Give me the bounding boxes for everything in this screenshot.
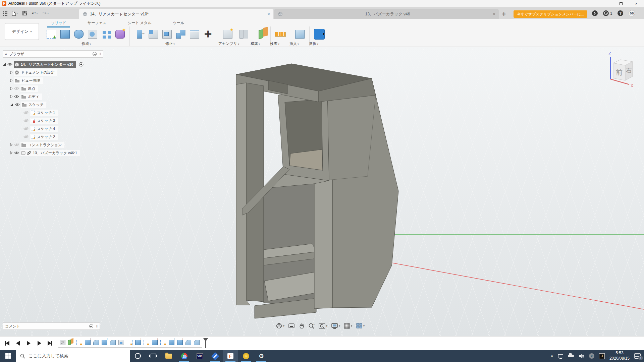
- job-status-icon[interactable]: [592, 10, 598, 16]
- visibility-on-icon[interactable]: [7, 63, 12, 66]
- ribbon-tool-icon[interactable]: [273, 27, 287, 41]
- nav-tool-button[interactable]: ± ▾: [287, 322, 296, 329]
- nav-tool-button[interactable]: ± ▾: [275, 322, 285, 330]
- browser-tree-row[interactable]: スケッチ 4: [3, 125, 103, 133]
- view-cube[interactable]: 前 右 Z X: [603, 50, 640, 88]
- nav-tool-button[interactable]: ± ▾: [355, 322, 365, 330]
- ribbon-group-dropdown[interactable]: 検査: [265, 41, 284, 46]
- ribbon-group-dropdown[interactable]: 選択: [304, 41, 323, 46]
- timeline-feature-icon[interactable]: [59, 339, 66, 346]
- status-x-icon[interactable]: ×: [589, 353, 594, 359]
- browser-tree-row[interactable]: スケッチ 1: [3, 109, 103, 117]
- timeline-feature-icon[interactable]: [84, 339, 91, 346]
- file-menu-button[interactable]: ▾: [12, 11, 18, 16]
- collapse-circle-icon[interactable]: [93, 52, 97, 56]
- close-button[interactable]: ×: [629, 0, 644, 7]
- collapse-arrow-icon[interactable]: [3, 63, 6, 66]
- timeline-feature-icon[interactable]: [143, 339, 150, 346]
- redo-button[interactable]: ↷▾: [43, 10, 49, 16]
- music-app-button[interactable]: ♪: [238, 350, 254, 362]
- file-explorer-button[interactable]: [161, 350, 176, 362]
- ribbon-tool-icon[interactable]: [72, 27, 86, 41]
- collapse-circle-icon[interactable]: [89, 324, 93, 328]
- ribbon-tool-icon[interactable]: [221, 27, 234, 41]
- visibility-on-icon[interactable]: [15, 103, 20, 106]
- timeline-feature-icon[interactable]: [67, 339, 74, 346]
- tab-close-icon[interactable]: ×: [493, 11, 495, 17]
- browser-header[interactable]: « ブラウザ ‖: [3, 50, 103, 58]
- tray-chevron-icon[interactable]: ∧: [550, 354, 553, 358]
- expand-arrow-icon[interactable]: [10, 143, 13, 146]
- timeline-feature-icon[interactable]: [93, 339, 99, 346]
- ribbon-tool-icon[interactable]: [254, 27, 268, 41]
- timeline-feature-icon[interactable]: [118, 339, 124, 346]
- browser-tree-row[interactable]: ビュー管理: [3, 76, 103, 84]
- new-tab-button[interactable]: +: [499, 9, 509, 19]
- undo-button[interactable]: ↶▾: [32, 10, 38, 16]
- ribbon-group-dropdown[interactable]: 作成: [44, 41, 128, 46]
- expand-arrow-icon[interactable]: [10, 95, 13, 98]
- timeline-feature-icon[interactable]: [193, 339, 200, 346]
- browser-tree-row[interactable]: コンストラクション: [3, 141, 103, 149]
- ribbon-tool-icon[interactable]: [293, 27, 307, 41]
- network-icon[interactable]: [558, 354, 563, 358]
- ribbon-tool-icon[interactable]: [44, 27, 58, 41]
- timeline-playback-button[interactable]: [36, 340, 43, 347]
- ribbon-group-dropdown[interactable]: 構築: [246, 41, 265, 46]
- viewport-canvas[interactable]: « ブラウザ ‖: [0, 47, 644, 336]
- ribbon-tool-icon[interactable]: [132, 27, 146, 41]
- expand-arrow-icon[interactable]: [10, 71, 13, 74]
- timeline-feature-icon[interactable]: [76, 339, 83, 346]
- start-button[interactable]: [0, 350, 16, 362]
- help-button[interactable]: ?: [618, 10, 623, 16]
- browser-tree-row[interactable]: 14、リアスカートセンター v10: [3, 60, 103, 68]
- vix-button[interactable]: VIX: [192, 350, 207, 362]
- activate-radio-icon[interactable]: [79, 62, 84, 67]
- ribbon-tool-icon[interactable]: [174, 27, 187, 41]
- browser-tree-row[interactable]: スケッチ 2: [3, 133, 103, 141]
- visibility-off-icon[interactable]: [23, 127, 29, 130]
- taskbar-clock[interactable]: 5:53 2020/08/15: [609, 351, 630, 361]
- cortana-button[interactable]: [130, 350, 146, 362]
- expand-arrow-icon[interactable]: [10, 151, 13, 155]
- nav-tool-button[interactable]: ± ▾: [308, 322, 316, 330]
- visibility-off-icon[interactable]: [14, 143, 19, 146]
- timeline-feature-icon[interactable]: [135, 339, 141, 346]
- ribbon-tool-icon[interactable]: [160, 27, 174, 41]
- task-view-button[interactable]: [146, 350, 161, 362]
- timeline-playback-button[interactable]: [3, 340, 11, 347]
- panel-grip[interactable]: ‖: [99, 52, 101, 56]
- fusion360-taskbar-button[interactable]: F: [223, 350, 238, 362]
- editor-app-button[interactable]: [207, 350, 223, 362]
- visibility-off-icon[interactable]: [14, 87, 19, 90]
- expand-arrow-icon[interactable]: [10, 87, 13, 90]
- timeline-feature-icon[interactable]: [109, 339, 116, 346]
- browser-tree-row[interactable]: 原点: [3, 84, 103, 93]
- visibility-off-icon[interactable]: [23, 119, 29, 122]
- minimize-button[interactable]: —: [598, 0, 613, 7]
- browser-tree-row[interactable]: スケッチ 3: [3, 117, 103, 125]
- maximize-button[interactable]: [613, 0, 629, 7]
- browser-tree-row[interactable]: ドキュメントの設定: [3, 68, 103, 76]
- chrome-button[interactable]: [176, 350, 192, 362]
- save-button[interactable]: [22, 11, 27, 15]
- ribbon-tool-icon[interactable]: [312, 27, 326, 41]
- collapse-arrow-icon[interactable]: [10, 103, 13, 106]
- timeline-playback-button[interactable]: [14, 340, 21, 347]
- nav-tool-button[interactable]: ± ▾: [298, 322, 305, 329]
- nav-tool-button[interactable]: ± ▾: [330, 322, 341, 330]
- timeline-feature-icon[interactable]: [160, 339, 166, 346]
- nav-tool-button[interactable]: ± ▾: [318, 322, 328, 330]
- timeline-feature-icon[interactable]: [176, 339, 183, 346]
- timeline-playback-button[interactable]: [46, 340, 54, 347]
- browser-tree-row[interactable]: ボディ: [3, 93, 103, 101]
- visibility-off-icon[interactable]: [23, 135, 29, 138]
- ribbon-tool-icon[interactable]: [113, 27, 127, 41]
- volume-icon[interactable]: [579, 354, 584, 359]
- nav-tool-button[interactable]: ± ▾: [343, 322, 353, 330]
- taskbar-search-input[interactable]: ここに入力して検索: [16, 350, 130, 362]
- browser-tree-row[interactable]: 13、バズーカラック v46:1: [3, 149, 103, 157]
- timeline-feature-icon[interactable]: [185, 339, 192, 346]
- document-tab[interactable]: 14、リアスカートセンター v10* ×: [79, 9, 273, 19]
- ribbon-tool-icon[interactable]: [187, 27, 201, 41]
